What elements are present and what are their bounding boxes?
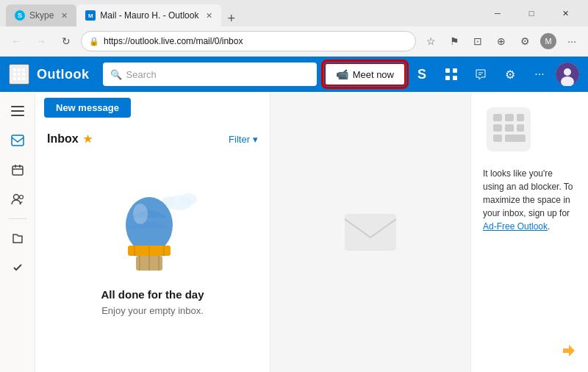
minimize-button[interactable]: ─ [481, 0, 514, 26]
nav-separator [9, 218, 26, 219]
collections-icon[interactable]: ⚑ [444, 31, 465, 51]
outlook-header: Outlook 🔍 Search 📹 Meet now S [0, 57, 588, 92]
favorites-icon[interactable]: ⊕ [491, 31, 512, 51]
outlook-ad-icon [483, 104, 534, 155]
main-content: New message Inbox ★ Filter ▾ [35, 92, 588, 372]
svg-rect-11 [445, 76, 450, 80]
nav-calendar-button[interactable] [4, 157, 31, 183]
skype-tab-icon: S [15, 10, 25, 21]
skype-tab-label: Skype [29, 10, 54, 21]
skype-tab-close[interactable]: ✕ [61, 11, 68, 21]
address-bar[interactable]: 🔒 https://outlook.live.com/mail/0/inbox [81, 31, 416, 51]
nav-files-button[interactable] [4, 225, 31, 251]
mail-list-panel: New message Inbox ★ Filter ▾ [35, 92, 270, 372]
close-button[interactable]: ✕ [548, 0, 582, 26]
svg-rect-17 [11, 110, 24, 112]
nav-mail-button[interactable] [4, 127, 31, 154]
browser-actions: ☆ ⚑ ⊡ ⊕ ⚙ M ··· [420, 31, 582, 51]
svg-rect-42 [517, 114, 524, 121]
hub-icon[interactable]: ☆ [420, 31, 441, 51]
svg-rect-8 [22, 77, 25, 80]
svg-rect-46 [493, 135, 502, 142]
filter-label: Filter [229, 134, 250, 145]
outlook-body: New message Inbox ★ Filter ▾ [0, 92, 588, 372]
inbox-label: Inbox [47, 132, 79, 146]
svg-rect-5 [22, 73, 25, 76]
profile-icon[interactable]: M [538, 31, 559, 51]
user-avatar[interactable] [556, 62, 579, 86]
hamburger-button[interactable] [4, 98, 31, 124]
ad-panel: It looks like you're using an ad blocker… [470, 92, 588, 372]
filter-button[interactable]: Filter ▾ [229, 134, 258, 145]
mail-preview-panel [270, 92, 470, 372]
ad-text: It looks like you're using an ad blocker… [483, 167, 576, 233]
ad-panel-inner: It looks like you're using an ad blocker… [483, 104, 576, 361]
svg-marker-48 [563, 345, 575, 357]
svg-rect-41 [505, 114, 514, 121]
svg-rect-9 [445, 68, 450, 73]
left-nav [0, 92, 35, 372]
back-button[interactable]: ← [6, 31, 26, 51]
ad-arrow-icon [562, 343, 576, 361]
svg-rect-38 [345, 214, 396, 251]
more-options-button[interactable]: ··· [562, 31, 582, 51]
svg-point-27 [133, 204, 148, 224]
svg-point-24 [179, 193, 197, 205]
svg-rect-12 [453, 76, 457, 80]
settings-header-icon[interactable]: ⚙ [497, 61, 523, 87]
svg-rect-44 [505, 124, 514, 132]
waffle-menu-button[interactable] [9, 64, 29, 85]
video-icon: 📹 [336, 68, 348, 80]
preview-placeholder-icon [341, 203, 400, 262]
outlook-tab-close[interactable]: ✕ [206, 11, 212, 21]
svg-rect-19 [12, 135, 24, 146]
inbox-star-icon[interactable]: ★ [83, 133, 93, 145]
navigation-bar: ← → ↻ 🔒 https://outlook.live.com/mail/0/… [0, 26, 588, 56]
forward-button[interactable]: → [31, 31, 51, 51]
svg-rect-7 [18, 77, 21, 80]
svg-rect-20 [12, 166, 23, 175]
inbox-title: Inbox ★ [47, 132, 93, 146]
filter-chevron: ▾ [253, 134, 258, 145]
browser-tab-skype[interactable]: S Skype ✕ [6, 4, 76, 26]
meet-now-button[interactable]: 📹 Meet now [324, 62, 406, 86]
ad-text-after: . [548, 221, 550, 232]
search-box[interactable]: 🔍 Search [103, 62, 317, 86]
svg-rect-6 [13, 77, 16, 80]
ad-free-link[interactable]: Ad-Free Outlook [483, 221, 548, 232]
svg-rect-43 [493, 124, 502, 132]
svg-rect-3 [13, 73, 16, 76]
browser-tab-outlook[interactable]: M Mail - Mauro H. - Outlook ✕ [76, 4, 221, 26]
outlook-tab-label: Mail - Mauro H. - Outlook [100, 10, 198, 21]
maximize-button[interactable]: □ [514, 0, 548, 26]
apps-header-icon[interactable] [438, 61, 465, 87]
balloon-illustration [109, 181, 197, 276]
search-icon: 🔍 [110, 69, 122, 80]
url-text: https://outlook.live.com/mail/0/inbox [104, 36, 408, 46]
new-message-button[interactable]: New message [44, 98, 131, 118]
new-tab-button[interactable]: + [221, 11, 241, 26]
svg-rect-2 [22, 68, 25, 71]
feedback-header-icon[interactable] [467, 61, 494, 87]
nav-people-button[interactable] [4, 186, 31, 212]
svg-point-22 [19, 196, 23, 199]
svg-rect-1 [18, 68, 21, 71]
svg-point-21 [13, 195, 18, 200]
search-placeholder: Search [126, 69, 157, 80]
svg-rect-45 [517, 124, 524, 132]
mail-list-header: Inbox ★ Filter ▾ [35, 124, 270, 151]
browser-settings-icon[interactable]: ⚙ [514, 31, 535, 51]
share-icon[interactable]: ⊡ [467, 31, 488, 51]
ad-text-before: It looks like you're using an ad blocker… [483, 168, 573, 218]
meet-now-label: Meet now [353, 69, 394, 80]
svg-point-14 [564, 68, 571, 76]
empty-inbox-title: All done for the day [101, 288, 204, 301]
svg-rect-40 [493, 114, 502, 121]
skype-header-icon[interactable]: S [409, 61, 435, 87]
refresh-button[interactable]: ↻ [56, 31, 76, 51]
more-header-button[interactable]: ··· [526, 61, 553, 87]
svg-rect-16 [11, 106, 24, 107]
outlook-logo: Outlook [37, 67, 90, 82]
svg-rect-4 [18, 73, 21, 76]
nav-todo-button[interactable] [4, 254, 31, 281]
